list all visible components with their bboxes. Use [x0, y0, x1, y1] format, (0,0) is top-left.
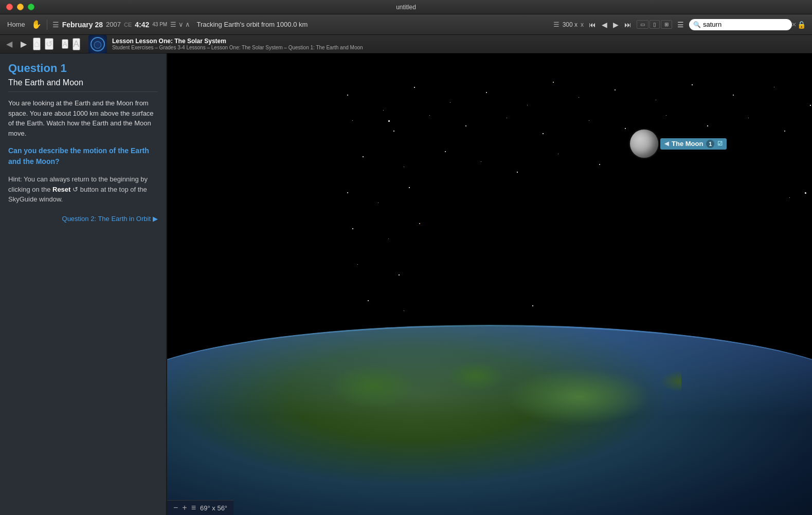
pan-icon: ✋	[31, 20, 42, 29]
skip-back-button[interactable]: ⏮	[587, 20, 598, 29]
home-button[interactable]: Home	[4, 20, 28, 29]
nav-reset-button[interactable]: ↺	[45, 38, 53, 50]
view-btn-3[interactable]: ⊞	[661, 20, 672, 29]
main-layout: Question 1 The Earth and Moon You are lo…	[0, 53, 812, 515]
moon-label[interactable]: ◀ The Moon 1 ☑	[660, 138, 727, 150]
lock-button[interactable]: 🔒	[795, 20, 808, 29]
view-btn-1[interactable]: ▭	[637, 20, 648, 29]
star	[599, 164, 600, 165]
star	[784, 131, 785, 132]
star	[347, 95, 348, 96]
moon-label-text: The Moon	[672, 140, 703, 148]
hint-text-prefix: Hint: You can always return to the begin…	[8, 175, 148, 203]
window-title: untitled	[396, 4, 416, 11]
star	[579, 97, 579, 98]
star	[625, 128, 626, 129]
play-button[interactable]: ▶	[611, 20, 621, 29]
nav-forward-button[interactable]: ▶	[19, 39, 29, 49]
titlebar: untitled	[0, 0, 812, 14]
lesson-icon: ◯	[88, 35, 107, 53]
star	[393, 131, 394, 132]
moon-container[interactable]: ◀ The Moon 1 ☑	[630, 130, 727, 158]
sidebar-body: You are looking at the Earth and the Moo…	[8, 98, 158, 138]
lesson-icon-inner: ◯	[91, 37, 105, 51]
toolbar-era: CE	[124, 22, 132, 28]
font-small-button[interactable]: A	[62, 39, 68, 49]
next-question-link[interactable]: Question 2: The Earth in Orbit ▶	[8, 215, 158, 223]
nav-home-button[interactable]: ⌂	[33, 38, 41, 50]
star	[445, 151, 446, 152]
star	[589, 120, 589, 121]
star	[748, 118, 749, 118]
search-container[interactable]: 🔍 ✕	[689, 19, 792, 30]
moon-label-number: 1	[706, 140, 714, 148]
star	[388, 120, 390, 122]
step-back-button[interactable]: ◀	[600, 20, 609, 29]
settings-button[interactable]: ☰	[675, 20, 686, 29]
search-input[interactable]	[703, 21, 789, 28]
next-question-label: Question 2: The Earth in Orbit	[62, 215, 151, 223]
earth-continents	[219, 335, 681, 515]
minimize-button[interactable]	[17, 4, 24, 10]
star	[399, 274, 400, 275]
star	[615, 89, 616, 90]
star	[810, 105, 811, 106]
divider	[47, 20, 47, 30]
next-arrow-icon: ▶	[153, 215, 158, 223]
toolbar: Home ✋ ☰ February 28 2007 CE 4:42 43 PM …	[0, 14, 812, 35]
earth	[167, 325, 812, 515]
star	[507, 118, 507, 118]
toolbar-date: February 28	[62, 21, 103, 29]
zoom-in-button[interactable]: +	[182, 503, 187, 512]
star	[347, 192, 348, 193]
toolbar-year: 2007	[106, 21, 121, 28]
zoom-out-button[interactable]: −	[173, 503, 178, 512]
star	[404, 167, 404, 167]
sidebar-hint: Hint: You can always return to the begin…	[8, 174, 158, 205]
star	[656, 100, 656, 100]
star	[789, 197, 790, 198]
moon-label-check-icon: ☑	[717, 140, 723, 147]
star	[517, 172, 518, 173]
star	[429, 115, 430, 116]
search-icon: 🔍	[693, 21, 701, 28]
view-btn-2[interactable]: ▯	[649, 20, 660, 29]
star	[419, 223, 420, 224]
star	[378, 203, 378, 203]
toolbar-speed-icon: ☰ ∨ ∧	[170, 21, 190, 28]
status-menu-icon[interactable]: ≡	[191, 503, 196, 512]
sky-view[interactable]: ◀ The Moon 1 ☑ − + ≡ 69° x 56°	[167, 53, 812, 515]
star	[352, 120, 353, 121]
toolbar-speed-unit: x	[581, 21, 584, 28]
star	[805, 192, 806, 194]
star	[532, 305, 533, 306]
toolbar-speed-menu-icon: ☰	[553, 21, 560, 28]
lesson-title: Lesson Lesson One: The Solar System	[112, 38, 363, 45]
star	[486, 92, 487, 93]
sidebar-divider	[8, 91, 158, 92]
view-buttons: ▭ ▯ ⊞	[637, 20, 672, 29]
star	[409, 187, 410, 188]
star	[543, 133, 544, 134]
star	[774, 87, 774, 87]
star	[666, 115, 666, 116]
status-bar: − + ≡ 69° x 56°	[167, 500, 233, 515]
close-button[interactable]	[6, 4, 13, 10]
star	[363, 156, 364, 157]
star	[388, 238, 389, 239]
nav-back-button[interactable]: ◀	[4, 39, 14, 49]
star	[368, 300, 369, 301]
moon-label-arrow: ◀	[664, 140, 669, 147]
star	[383, 110, 384, 111]
question-subtitle: The Earth and Moon	[8, 78, 158, 87]
skip-forward-button[interactable]: ⏭	[622, 20, 634, 29]
moon	[630, 130, 658, 158]
star	[414, 87, 415, 88]
maximize-button[interactable]	[28, 4, 34, 10]
lesson-text: Lesson Lesson One: The Solar System Stud…	[112, 38, 363, 50]
lesson-breadcrumb: Student Exercises – Grades 3-4 Lessons –…	[112, 45, 363, 50]
sidebar-question: Can you describe the motion of the Earth…	[8, 145, 158, 167]
menu-icon: ☰	[52, 21, 59, 29]
font-large-button[interactable]: A	[73, 38, 80, 50]
toolbar-tracking: Tracking Earth's orbit from 1000.0 km	[196, 21, 308, 28]
